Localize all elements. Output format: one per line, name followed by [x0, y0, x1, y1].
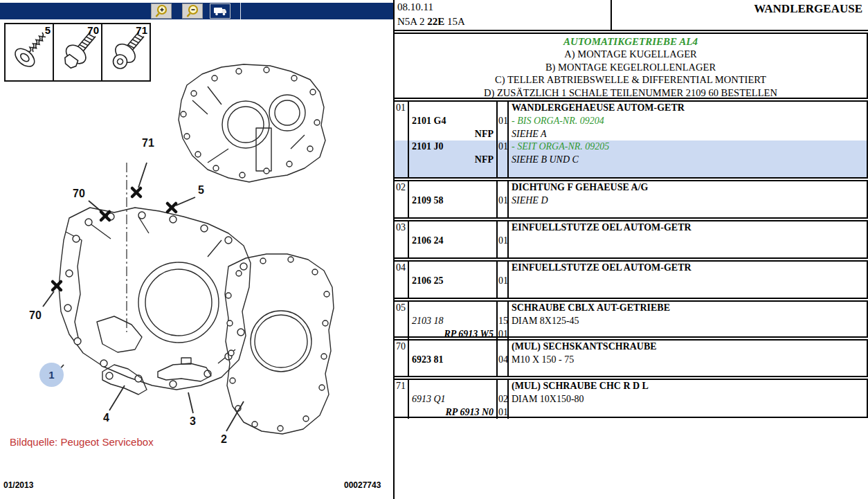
part-number-cell [409, 208, 498, 217]
table-line: 6923 8104M10 X 150 - 75 [395, 354, 867, 367]
ref-cell: 71 [395, 380, 409, 393]
part-number-cell [409, 367, 498, 376]
part-number-cell [409, 248, 498, 257]
table-line: 71(MUL) SCHRAUBE CHC R D L [395, 380, 867, 393]
part-number-cell: 6923 81 [409, 354, 498, 367]
exploded-diagram [0, 59, 393, 471]
table-row[interactable]: 02DICHTUNG F GEHAEUSE A/G2109 5801SIEHE … [393, 180, 868, 219]
table-line: 2101 J001- SEIT ORGA-NR. 09205 [395, 140, 867, 154]
description-cell [509, 248, 867, 257]
quantity-cell: 01 [498, 406, 509, 419]
part-number-cell: RP 6913 W5 [409, 328, 498, 341]
print-button[interactable] [210, 3, 230, 19]
left-toolbar [0, 3, 393, 19]
header-date: 08.10.11 [397, 1, 433, 13]
table-row[interactable]: 70(MUL) SECHSKANTSCHRAUBE6923 8104M10 X … [393, 339, 868, 377]
marker-label: 1 [48, 369, 54, 381]
ref-cell: 70 [395, 341, 409, 354]
ref-cell: 03 [395, 221, 409, 235]
quantity-cell: 02 [498, 393, 509, 406]
table-line: RP 6913 W501 [395, 328, 867, 341]
callout-71: 71 [142, 137, 154, 149]
description-cell: M10 X 150 - 75 [509, 354, 867, 367]
part-number-cell [409, 380, 498, 393]
table-line [395, 367, 867, 376]
table-row[interactable]: 04EINFUELLSTUTZE OEL AUTOM-GETR2106 2501 [393, 260, 868, 299]
table-line: 02DICHTUNG F GEHAEUSE A/G [395, 181, 867, 194]
description-cell: SIEHE A [509, 128, 867, 141]
table-line: 04EINFUELLSTUTZE OEL AUTOM-GETR [395, 262, 867, 275]
quantity-cell [498, 221, 509, 235]
description-cell [509, 328, 867, 341]
description-cell: EINFUELLSTUTZE OEL AUTOM-GETR [509, 221, 867, 235]
table-line [395, 288, 867, 298]
zoom-in-magnifier-icon [154, 4, 169, 18]
description-cell: (MUL) SECHSKANTSCHRAUBE [509, 341, 867, 354]
part-number-cell [409, 167, 498, 177]
ref-cell [395, 328, 409, 341]
quantity-cell: 04 [498, 354, 509, 367]
description-cell [509, 367, 867, 376]
part-number-cell [409, 341, 498, 354]
callout-4: 4 [103, 412, 109, 424]
header-vehicle-code: N5A 2 22E 15A [397, 16, 465, 28]
ref-cell [395, 393, 409, 406]
info-line-a: A) MONTAGE KUGELLAGER [395, 48, 867, 61]
ref-cell [395, 128, 409, 141]
quantity-cell: 01 [498, 275, 509, 288]
ref-cell [395, 154, 409, 167]
part-number-cell [409, 102, 498, 115]
table-row[interactable]: 05SCHRAUBE CBLX AUT-GETRIEBE2103 1815DIA… [393, 300, 868, 338]
description-cell: DIAM 8X125-45 [509, 315, 867, 328]
ref-cell [395, 354, 409, 367]
quantity-cell [498, 367, 509, 376]
table-line: 2106 2501 [395, 275, 867, 288]
part-number-cell [409, 288, 498, 298]
zoom-in-button[interactable] [151, 3, 172, 19]
table-line: 2109 5801SIEHE D [395, 194, 867, 208]
selected-part-marker[interactable]: 1 [39, 363, 64, 387]
quantity-cell [498, 341, 509, 354]
ref-cell [395, 208, 409, 217]
description-cell [509, 235, 867, 248]
info-line-d: D) ZUSÄTZLICH 1 SCHALE TEILENUMMER 2109 … [395, 87, 867, 100]
ref-cell [395, 248, 409, 257]
assembly-title: AUTOMATIKGETRIEBE AL4 [395, 36, 867, 48]
ref-cell [395, 288, 409, 298]
ref-cell [395, 140, 409, 154]
table-line: 05SCHRAUBE CBLX AUT-GETRIEBE [395, 302, 867, 315]
zoom-out-magnifier-icon [185, 4, 200, 18]
print-truck-icon [213, 6, 227, 16]
table-line: 2106 2401 [395, 235, 867, 248]
legend-label: 71 [136, 24, 147, 36]
ref-cell [395, 194, 409, 208]
toolbar-separator [240, 3, 241, 19]
ref-cell [395, 167, 409, 177]
table-line: 03EINFUELLSTUTZE OEL AUTOM-GETR [395, 221, 867, 235]
description-cell: DICHTUNG F GEHAEUSE A/G [509, 181, 867, 194]
quantity-cell: 01 [498, 235, 509, 248]
table-line: 70(MUL) SECHSKANTSCHRAUBE [395, 341, 867, 354]
ref-cell: 05 [395, 302, 409, 315]
ref-cell [395, 275, 409, 288]
ref-cell [395, 406, 409, 419]
table-line: 2101 G401- BIS ORGA-NR. 09204 [395, 115, 867, 128]
header-divider [611, 0, 612, 30]
part-number-cell: 6913 Q1 [409, 393, 498, 406]
table-row[interactable]: 71(MUL) SCHRAUBE CHC R D L6913 Q102DIAM … [393, 379, 868, 418]
quantity-cell [498, 208, 509, 217]
part-number-cell: 2103 18 [409, 315, 498, 328]
callout-3: 3 [190, 415, 196, 428]
table-row[interactable]: 03EINFUELLSTUTZE OEL AUTOM-GETR2106 2401 [393, 220, 868, 259]
zoom-out-button[interactable] [182, 3, 203, 19]
quantity-cell [498, 262, 509, 275]
description-cell: SIEHE D [509, 194, 867, 208]
table-row[interactable]: 01WANDLERGEHAEUSE AUTOM-GETR2101 G401- B… [393, 100, 868, 179]
table-line [395, 248, 867, 257]
description-cell: SIEHE B UND C [509, 154, 867, 167]
info-line-c: C) TELLER ABTRIEBSWELLE & DIFFERENTIAL M… [395, 73, 867, 87]
quantity-cell [498, 102, 509, 115]
description-cell [509, 208, 867, 217]
footer-document-number: 00027743 [344, 480, 381, 490]
table-line: NFPSIEHE B UND C [395, 154, 867, 167]
